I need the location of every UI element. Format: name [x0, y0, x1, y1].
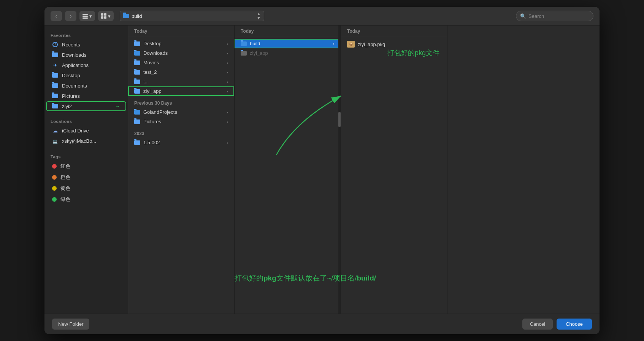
sidebar-item-pictures[interactable]: Pictures — [46, 91, 126, 101]
view-chevron: ▾ — [89, 13, 92, 19]
clock-icon — [52, 42, 58, 47]
folder-icon-ziyi — [241, 51, 247, 56]
folder-icon-documents — [52, 83, 58, 88]
grid-view-button[interactable]: ▾ — [98, 11, 114, 21]
sidebar-label-pictures: Pictures — [62, 93, 80, 99]
sidebar-label-applications: Applications — [62, 62, 89, 68]
locations-label: Locations — [44, 116, 128, 125]
sidebar-item-icloud[interactable]: ☁ iCloud Drive — [46, 126, 126, 135]
location-stepper[interactable]: ▲ ▼ — [257, 12, 261, 20]
tag-dot-red — [52, 164, 57, 169]
file-item-1-5-002[interactable]: 1.5.002 › — [128, 138, 234, 147]
sidebar-item-tag-orange[interactable]: 橙色 — [46, 172, 126, 183]
folder-icon-ziyi2 — [52, 104, 58, 108]
sidebar-item-tag-yellow[interactable]: 黄色 — [46, 183, 126, 194]
file-name-build: build — [250, 41, 260, 46]
column-2-header: Today — [235, 25, 341, 37]
sidebar-item-macbook[interactable]: 💻 xsky的MacBo... — [46, 136, 126, 147]
search-input[interactable] — [528, 13, 589, 19]
sidebar-item-tag-red[interactable]: 红色 — [46, 161, 126, 172]
chevron-icon: › — [227, 80, 228, 84]
column-3-header: Today — [341, 25, 447, 37]
search-bar[interactable]: 🔍 — [516, 11, 593, 21]
grid-view-icon — [101, 13, 106, 19]
toolbar: ‹ › ▾ ▾ build ▲ — [44, 7, 600, 25]
column-view-icon — [82, 14, 88, 19]
file-item-desktop[interactable]: Desktop › — [128, 39, 234, 48]
tag-dot-green — [52, 197, 57, 202]
sidebar-item-recents[interactable]: Recents — [46, 40, 126, 49]
sidebar-item-documents[interactable]: Documents — [46, 81, 126, 91]
search-icon: 🔍 — [520, 13, 526, 19]
scrollbar-thumb — [338, 112, 341, 127]
column-2-content: build › ziyi_app — [235, 37, 341, 314]
tag-label-red: 红色 — [60, 163, 70, 170]
file-item-downloads[interactable]: Downloads › — [128, 48, 234, 58]
sidebar-label-recents: Recents — [62, 42, 80, 48]
cloud-icon: ☁ — [53, 128, 58, 134]
chevron-icon: › — [227, 51, 228, 56]
folder-icon — [134, 51, 140, 56]
folder-icon — [134, 80, 140, 84]
tags-label: Tags — [44, 151, 128, 161]
column-3-content: 📦 ziyi_app.pkg — [341, 37, 447, 314]
sidebar-item-tag-green[interactable]: 绿色 — [46, 194, 126, 205]
chevron-icon: › — [333, 41, 335, 46]
file-name: Movies — [143, 60, 159, 65]
computer-icon: 💻 — [52, 139, 58, 144]
location-folder-icon — [123, 14, 129, 18]
chevron-icon: › — [227, 41, 228, 46]
file-item-pictures[interactable]: Pictures › — [128, 117, 234, 126]
sidebar-item-downloads[interactable]: Downloads — [46, 50, 126, 60]
file-item-ziyi-app-2[interactable]: ziyi_app — [235, 48, 341, 58]
bottom-bar: New Folder Cancel Choose — [44, 314, 600, 334]
column-view-button[interactable]: ▾ — [79, 11, 95, 21]
column-1-content: Desktop › Downloads › Movies › — [128, 37, 234, 314]
sidebar-item-applications[interactable]: ✈ Applications — [46, 60, 126, 70]
file-name: test_2 — [143, 69, 157, 75]
folder-icon — [134, 110, 140, 115]
folder-icon — [52, 53, 58, 57]
chevron-icon: › — [227, 110, 228, 115]
chevron-icon: › — [227, 61, 228, 65]
file-name: Pictures — [143, 119, 161, 124]
new-folder-button[interactable]: New Folder — [52, 319, 89, 330]
forward-button[interactable]: › — [65, 11, 76, 21]
location-bar[interactable]: build ▲ ▼ — [120, 11, 264, 21]
tag-dot-yellow — [52, 186, 57, 191]
file-name-pkg: ziyi_app.pkg — [358, 41, 385, 47]
file-name: ziyi_app — [143, 88, 162, 94]
file-name-ziyi: ziyi_app — [250, 50, 268, 56]
sidebar-label-documents: Documents — [62, 83, 87, 89]
tag-label-orange: 橙色 — [60, 174, 70, 181]
file-item-build[interactable]: build › — [235, 39, 341, 48]
file-name: 1.5.002 — [143, 140, 160, 145]
file-item-test2[interactable]: test_2 › — [128, 67, 234, 77]
chevron-icon: › — [227, 70, 228, 75]
file-name: Downloads — [143, 50, 168, 56]
chevron-icon: › — [227, 89, 228, 94]
favorites-label: Favorites — [44, 30, 128, 39]
sidebar-label-desktop: Desktop — [62, 73, 80, 78]
folder-icon-desktop — [52, 73, 58, 78]
file-item-ziyi-app[interactable]: ziyi_app › — [128, 86, 234, 96]
back-button[interactable]: ‹ — [51, 11, 62, 21]
sidebar: Favorites Recents Downloads ✈ Applicatio… — [44, 25, 128, 314]
file-item-movies[interactable]: Movies › — [128, 58, 234, 67]
file-item-goland[interactable]: GolandProjects › — [128, 107, 234, 117]
folder-icon — [134, 120, 140, 124]
folder-icon — [134, 89, 140, 94]
sidebar-item-desktop[interactable]: Desktop — [46, 70, 126, 80]
sidebar-item-ziyi2[interactable]: ziyi2 → — [46, 101, 126, 111]
section-previous-30: Previous 30 Days — [128, 96, 234, 107]
file-name: GolandProjects — [143, 109, 177, 115]
scrollbar-track[interactable] — [338, 25, 341, 314]
file-item-t[interactable]: t... › — [128, 77, 234, 86]
sidebar-label-downloads: Downloads — [62, 52, 86, 58]
folder-icon — [134, 61, 140, 65]
file-browser: Today Desktop › Downloads › Movies — [128, 25, 600, 314]
file-item-ziyi-pkg[interactable]: 📦 ziyi_app.pkg — [341, 39, 447, 49]
cancel-button[interactable]: Cancel — [522, 319, 553, 330]
grid-chevron: ▾ — [108, 13, 111, 19]
choose-button[interactable]: Choose — [557, 319, 592, 330]
